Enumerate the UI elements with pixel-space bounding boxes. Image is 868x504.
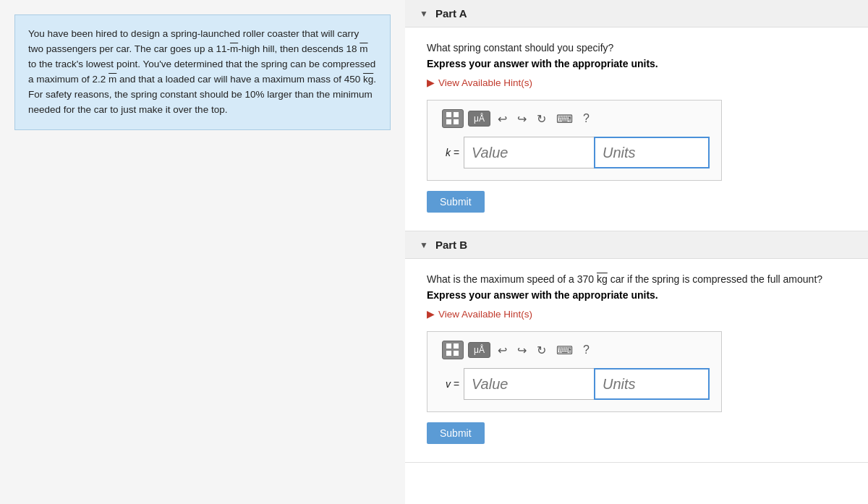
part-a-section: ▼ Part A What spring constant should you… <box>405 0 868 231</box>
undo-icon: ↩ <box>498 113 507 125</box>
part-a-collapse-icon[interactable]: ▼ <box>420 9 428 19</box>
part-b-toolbar: μÅ ↩ ↪ ↻ ⌨ ? <box>439 341 710 359</box>
part-a-answer-area: μÅ ↩ ↪ ↻ ⌨ ? <box>427 100 722 181</box>
part-b-var-label: v = <box>439 378 459 390</box>
part-a-hint-text: View Available Hint(s) <box>438 77 532 88</box>
part-a-question: What spring constant should you specify? <box>427 42 846 54</box>
part-a-refresh-button[interactable]: ↻ <box>534 111 549 127</box>
part-a-mu-button[interactable]: μÅ <box>468 111 490 127</box>
part-b-submit-button[interactable]: Submit <box>427 422 485 444</box>
part-b-section: ▼ Part B What is the maximum speed of a … <box>405 231 868 463</box>
part-b-question: What is the maximum speed of a 370 kg ca… <box>427 273 846 285</box>
part-b-hint-link[interactable]: ▶ View Available Hint(s) <box>427 308 846 320</box>
left-panel: You have been hired to design a spring-l… <box>0 0 405 504</box>
grid-icon-b <box>446 343 459 356</box>
problem-text: You have been hired to design a spring-l… <box>28 28 376 115</box>
part-b-grid-button[interactable] <box>442 341 464 359</box>
part-b-body: What is the maximum speed of a 370 kg ca… <box>405 259 868 462</box>
part-b-refresh-button[interactable]: ↻ <box>534 342 549 359</box>
part-b-keyboard-button[interactable]: ⌨ <box>553 342 576 359</box>
mu-label: μÅ <box>474 114 485 124</box>
help-icon: ? <box>583 112 590 124</box>
help-icon-b: ? <box>583 343 590 356</box>
part-b-undo-button[interactable]: ↩ <box>495 342 510 359</box>
part-b-header[interactable]: ▼ Part B <box>405 231 868 259</box>
part-b-redo-button[interactable]: ↪ <box>514 342 529 359</box>
part-a-hint-arrow: ▶ <box>427 77 435 88</box>
undo-icon-b: ↩ <box>498 344 507 356</box>
keyboard-icon-b: ⌨ <box>556 344 573 356</box>
part-a-value-input[interactable] <box>464 137 594 168</box>
part-b-help-button[interactable]: ? <box>580 342 592 358</box>
part-b-instruction: Express your answer with the appropriate… <box>427 289 846 301</box>
part-a-var-label: k = <box>439 147 459 158</box>
part-a-input-row: k = <box>439 137 710 168</box>
part-a-units-input[interactable] <box>594 137 710 168</box>
redo-icon-b: ↪ <box>517 344 527 356</box>
keyboard-icon: ⌨ <box>556 113 573 125</box>
part-a-instruction: Express your answer with the appropriate… <box>427 58 846 69</box>
refresh-icon-b: ↻ <box>537 344 546 356</box>
redo-icon: ↪ <box>517 113 527 125</box>
part-a-body: What spring constant should you specify?… <box>405 27 868 231</box>
part-a-hint-link[interactable]: ▶ View Available Hint(s) <box>427 77 846 88</box>
part-b-value-input[interactable] <box>464 368 594 400</box>
refresh-icon: ↻ <box>537 113 546 125</box>
part-a-undo-button[interactable]: ↩ <box>495 111 510 127</box>
part-b-answer-area: μÅ ↩ ↪ ↻ ⌨ ? <box>427 331 722 412</box>
part-a-keyboard-button[interactable]: ⌨ <box>553 111 576 127</box>
problem-statement: You have been hired to design a spring-l… <box>14 14 391 130</box>
part-a-toolbar: μÅ ↩ ↪ ↻ ⌨ ? <box>439 109 710 128</box>
part-b-input-row: v = <box>439 368 710 400</box>
part-b-hint-arrow: ▶ <box>427 308 435 320</box>
part-a-header[interactable]: ▼ Part A <box>405 0 868 27</box>
part-b-mu-button[interactable]: μÅ <box>468 342 490 358</box>
part-b-label: Part B <box>435 239 467 251</box>
part-a-redo-button[interactable]: ↪ <box>514 111 529 127</box>
part-b-collapse-icon[interactable]: ▼ <box>420 240 428 250</box>
mu-label-b: μÅ <box>474 345 485 355</box>
part-a-grid-button[interactable] <box>442 109 464 128</box>
part-b-units-input[interactable] <box>594 368 710 400</box>
part-a-submit-button[interactable]: Submit <box>427 191 485 213</box>
right-panel: ▼ Part A What spring constant should you… <box>405 0 868 504</box>
part-b-hint-text: View Available Hint(s) <box>438 309 532 320</box>
part-a-label: Part A <box>435 7 467 20</box>
grid-icon <box>446 112 459 125</box>
part-a-help-button[interactable]: ? <box>580 111 592 127</box>
